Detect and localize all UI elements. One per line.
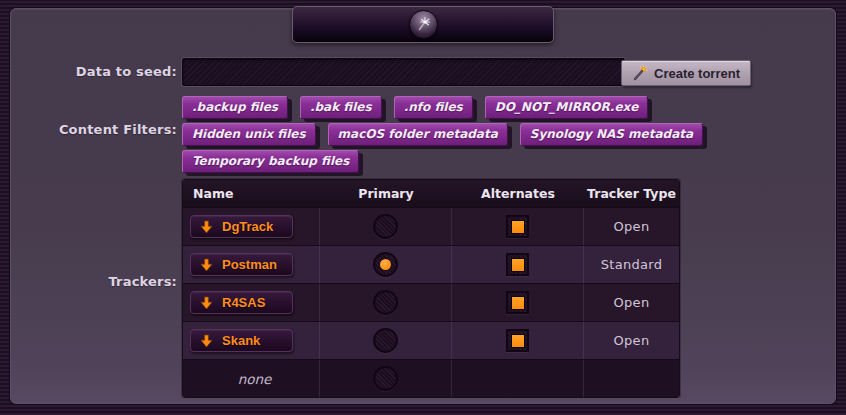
content-filters-label: Content Filters: xyxy=(11,122,177,137)
tracker-name-label: DgTrack xyxy=(222,219,273,234)
primary-radio[interactable] xyxy=(373,214,398,239)
radio-dot xyxy=(380,259,391,270)
tracker-alternates-cell xyxy=(452,322,584,359)
data-to-seed-input[interactable] xyxy=(182,58,625,86)
tracker-name-button[interactable]: R4SAS xyxy=(190,291,293,314)
tracker-name-button[interactable]: DgTrack xyxy=(190,215,293,238)
tracker-primary-cell xyxy=(320,360,452,397)
tracker-primary-cell xyxy=(320,322,452,359)
tracker-name-button[interactable]: Skank xyxy=(190,329,293,352)
download-arrow-icon xyxy=(200,220,213,234)
tracker-alternates-cell xyxy=(452,284,584,321)
primary-radio[interactable] xyxy=(373,328,398,353)
alternates-checkbox[interactable] xyxy=(506,253,529,276)
content-filter-chip[interactable]: Temporary backup files xyxy=(182,150,359,173)
tracker-row: none xyxy=(183,359,679,397)
tracker-row: R4SASOpen xyxy=(183,283,679,321)
alternates-checkbox[interactable] xyxy=(506,329,529,352)
column-header-name: Name xyxy=(183,186,320,201)
tracker-alternates-cell xyxy=(452,246,584,283)
content-filter-chip[interactable]: macOS folder metadata xyxy=(328,123,508,146)
trackers-table-body: DgTrackOpenPostmanStandardR4SASOpenSkank… xyxy=(183,207,679,397)
tracker-row: DgTrackOpen xyxy=(183,207,679,245)
download-arrow-icon xyxy=(200,296,213,310)
tracker-row: PostmanStandard xyxy=(183,245,679,283)
checkbox-fill xyxy=(512,221,524,233)
content-filter-chip[interactable]: Synology NAS metadata xyxy=(520,123,703,146)
content-filter-chip[interactable]: .bak files xyxy=(300,96,382,119)
download-arrow-icon xyxy=(200,334,213,348)
tracker-name-cell: none xyxy=(183,360,320,397)
chip-line: Hidden unix filesmacOS folder metadataSy… xyxy=(182,123,687,146)
column-header-primary: Primary xyxy=(320,186,452,201)
trackers-label: Trackers: xyxy=(11,274,177,289)
content-filter-chip[interactable]: .nfo files xyxy=(394,96,473,119)
download-arrow-icon xyxy=(200,258,213,272)
tracker-name-button[interactable]: Postman xyxy=(190,253,293,276)
tracker-name-label: R4SAS xyxy=(222,295,265,310)
create-torrent-button[interactable]: Create torrent xyxy=(621,60,751,86)
wand-sparkle-icon[interactable] xyxy=(409,10,438,39)
primary-radio[interactable] xyxy=(373,366,398,391)
tracker-row: SkankOpen xyxy=(183,321,679,359)
checkbox-fill xyxy=(512,335,524,347)
tracker-name-cell: DgTrack xyxy=(183,208,320,245)
content-filter-chip[interactable]: DO_NOT_MIRROR.exe xyxy=(485,96,649,119)
magic-wand-icon xyxy=(632,65,648,81)
tracker-type-label: Open xyxy=(614,219,650,234)
column-header-tracker-type: Tracker Type xyxy=(584,186,679,201)
tracker-type-cell: Open xyxy=(584,208,679,245)
drawer-handle[interactable] xyxy=(292,6,554,43)
tracker-type-cell: Standard xyxy=(584,246,679,283)
create-torrent-panel: Data to seed: Create torrent Conten xyxy=(10,8,836,404)
trackers-table-header: Name Primary Alternates Tracker Type xyxy=(183,180,679,207)
tracker-type-label: Open xyxy=(614,333,650,348)
tracker-primary-cell xyxy=(320,284,452,321)
tracker-none-label: none xyxy=(190,371,319,387)
tracker-name-cell: Postman xyxy=(183,246,320,283)
data-to-seed-label: Data to seed: xyxy=(11,64,177,79)
content-filter-chip-list: .backup files.bak files.nfo filesDO_NOT_… xyxy=(182,96,687,173)
tracker-primary-cell xyxy=(320,246,452,283)
chip-line: .backup files.bak files.nfo filesDO_NOT_… xyxy=(182,96,687,119)
tracker-alternates-cell xyxy=(452,360,584,397)
tracker-name-cell: Skank xyxy=(183,322,320,359)
tracker-name-label: Postman xyxy=(222,257,277,272)
content-filter-chip[interactable]: Hidden unix files xyxy=(182,123,316,146)
trackers-table: Name Primary Alternates Tracker Type DgT… xyxy=(182,179,680,398)
tracker-type-cell: Open xyxy=(584,284,679,321)
alternates-checkbox[interactable] xyxy=(506,291,529,314)
alternates-checkbox[interactable] xyxy=(506,215,529,238)
content-filter-chip[interactable]: .backup files xyxy=(182,96,288,119)
tracker-name-label: Skank xyxy=(222,333,260,348)
tracker-type-label: Open xyxy=(614,295,650,310)
tracker-alternates-cell xyxy=(452,208,584,245)
tracker-type-cell xyxy=(584,360,679,397)
tracker-type-label: Standard xyxy=(601,257,663,272)
chip-line: Temporary backup files xyxy=(182,150,687,173)
tracker-type-cell: Open xyxy=(584,322,679,359)
primary-radio[interactable] xyxy=(373,252,398,277)
checkbox-fill xyxy=(512,297,524,309)
tracker-primary-cell xyxy=(320,208,452,245)
create-torrent-button-label: Create torrent xyxy=(654,66,740,81)
column-header-alternates: Alternates xyxy=(452,186,584,201)
window: Data to seed: Create torrent Conten xyxy=(0,0,846,415)
tracker-name-cell: R4SAS xyxy=(183,284,320,321)
primary-radio[interactable] xyxy=(373,290,398,315)
checkbox-fill xyxy=(512,259,524,271)
